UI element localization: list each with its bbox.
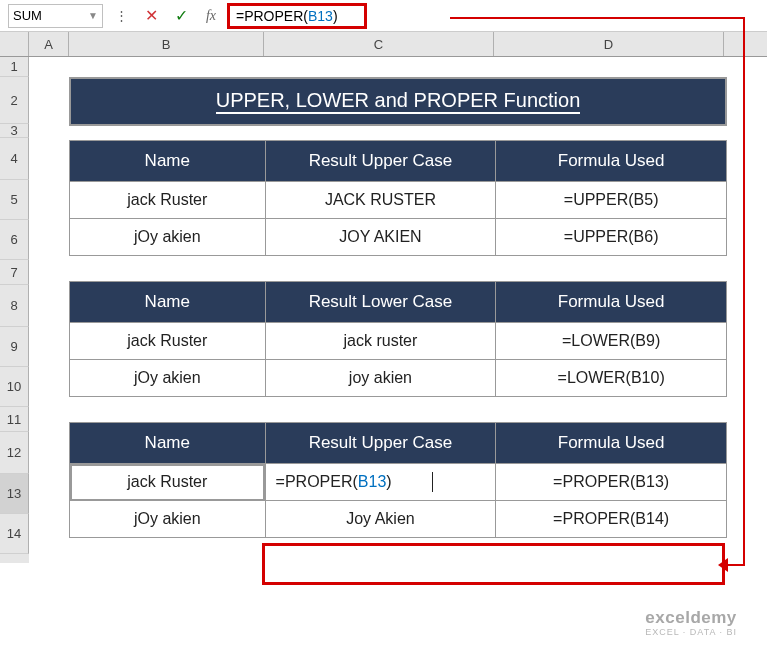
table-row: jOy akien JOY AKIEN =UPPER(B6) [70, 219, 727, 256]
header-result[interactable]: Result Upper Case [265, 141, 496, 182]
formula-input[interactable]: =PROPER(B13) [236, 8, 338, 24]
watermark-sub: EXCEL · DATA · BI [645, 628, 737, 638]
formula-bar-controls: ⋮ ✕ ✓ fx [111, 6, 221, 26]
select-all-corner[interactable] [0, 32, 29, 56]
column-headers: A B C D [0, 32, 767, 57]
header-formula[interactable]: Formula Used [496, 141, 727, 182]
cell-d13[interactable]: =PROPER(B13) [496, 464, 727, 501]
cell-b6[interactable]: jOy akien [70, 219, 266, 256]
row-header-14[interactable]: 14 [0, 514, 29, 554]
row-header-1[interactable]: 1 [0, 57, 29, 77]
cell-d9[interactable]: =LOWER(B9) [496, 323, 727, 360]
cell-b5[interactable]: jack Ruster [70, 182, 266, 219]
divider-icon: ⋮ [111, 6, 131, 26]
arrow-annotation [725, 564, 745, 566]
table-row: jOy akien joy akien =LOWER(B10) [70, 360, 727, 397]
cell-c10[interactable]: joy akien [265, 360, 496, 397]
name-box[interactable]: SUM ▼ [8, 4, 103, 28]
cell-b14[interactable]: jOy akien [70, 501, 266, 538]
header-name[interactable]: Name [70, 141, 266, 182]
cell-d10[interactable]: =LOWER(B10) [496, 360, 727, 397]
row-header-3[interactable]: 3 [0, 124, 29, 138]
header-name[interactable]: Name [70, 423, 266, 464]
row-header-6[interactable]: 6 [0, 220, 29, 260]
column-header-a[interactable]: A [29, 32, 69, 56]
row-header-10[interactable]: 10 [0, 367, 29, 407]
cell-c5[interactable]: JACK RUSTER [265, 182, 496, 219]
cell-d6[interactable]: =UPPER(B6) [496, 219, 727, 256]
confirm-icon[interactable]: ✓ [171, 6, 191, 26]
header-result[interactable]: Result Upper Case [265, 423, 496, 464]
lower-table: Name Result Lower Case Formula Used jack… [69, 281, 727, 397]
row-header-13[interactable]: 13 [0, 474, 29, 514]
proper-table: Name Result Upper Case Formula Used jack… [69, 422, 727, 538]
cancel-icon[interactable]: ✕ [141, 6, 161, 26]
header-result[interactable]: Result Lower Case [265, 282, 496, 323]
title-text: UPPER, LOWER and PROPER Function [216, 89, 581, 114]
table-row: jOy akien Joy Akien =PROPER(B14) [70, 501, 727, 538]
title-cell[interactable]: UPPER, LOWER and PROPER Function [69, 77, 727, 126]
cell-c14[interactable]: Joy Akien [265, 501, 496, 538]
column-header-d[interactable]: D [494, 32, 724, 56]
arrow-annotation [450, 17, 745, 19]
header-formula[interactable]: Formula Used [496, 423, 727, 464]
row-header-9[interactable]: 9 [0, 327, 29, 367]
row-header-5[interactable]: 5 [0, 180, 29, 220]
name-box-value: SUM [13, 8, 42, 23]
row-header-7[interactable]: 7 [0, 260, 29, 285]
row-headers: 1 2 3 4 5 6 7 8 9 10 11 12 13 14 [0, 57, 29, 563]
table-row: jack Ruster JACK RUSTER =UPPER(B5) [70, 182, 727, 219]
arrow-annotation [743, 17, 745, 564]
formula-bar: SUM ▼ ⋮ ✕ ✓ fx =PROPER(B13) [0, 0, 767, 32]
row-header-4[interactable]: 4 [0, 138, 29, 180]
watermark-brand: exceldemy [645, 609, 737, 628]
cell-c6[interactable]: JOY AKIEN [265, 219, 496, 256]
arrow-head-icon [718, 558, 728, 572]
row-header-8[interactable]: 8 [0, 285, 29, 327]
header-name[interactable]: Name [70, 282, 266, 323]
cell-d5[interactable]: =UPPER(B5) [496, 182, 727, 219]
cell-b10[interactable]: jOy akien [70, 360, 266, 397]
cell-b13[interactable]: jack Ruster [70, 464, 266, 501]
fx-icon[interactable]: fx [201, 6, 221, 26]
column-header-b[interactable]: B [69, 32, 264, 56]
cell-d14[interactable]: =PROPER(B14) [496, 501, 727, 538]
formula-input-highlight: =PROPER(B13) [227, 3, 367, 29]
column-header-c[interactable]: C [264, 32, 494, 56]
table-row: jack Ruster =PROPER(B13) =PROPER(B13) [70, 464, 727, 501]
row-header-11[interactable]: 11 [0, 407, 29, 432]
header-formula[interactable]: Formula Used [496, 282, 727, 323]
upper-table: Name Result Upper Case Formula Used jack… [69, 140, 727, 256]
cell-b9[interactable]: jack Ruster [70, 323, 266, 360]
chevron-down-icon[interactable]: ▼ [88, 10, 98, 21]
table-row: jack Ruster jack ruster =LOWER(B9) [70, 323, 727, 360]
cell-c9[interactable]: jack ruster [265, 323, 496, 360]
cell-c13-editing[interactable]: =PROPER(B13) [265, 464, 496, 501]
row-header-2[interactable]: 2 [0, 77, 29, 124]
sheet-content: UPPER, LOWER and PROPER Function Name Re… [29, 57, 767, 563]
watermark: exceldemy EXCEL · DATA · BI [645, 609, 737, 638]
row-header-12[interactable]: 12 [0, 432, 29, 474]
